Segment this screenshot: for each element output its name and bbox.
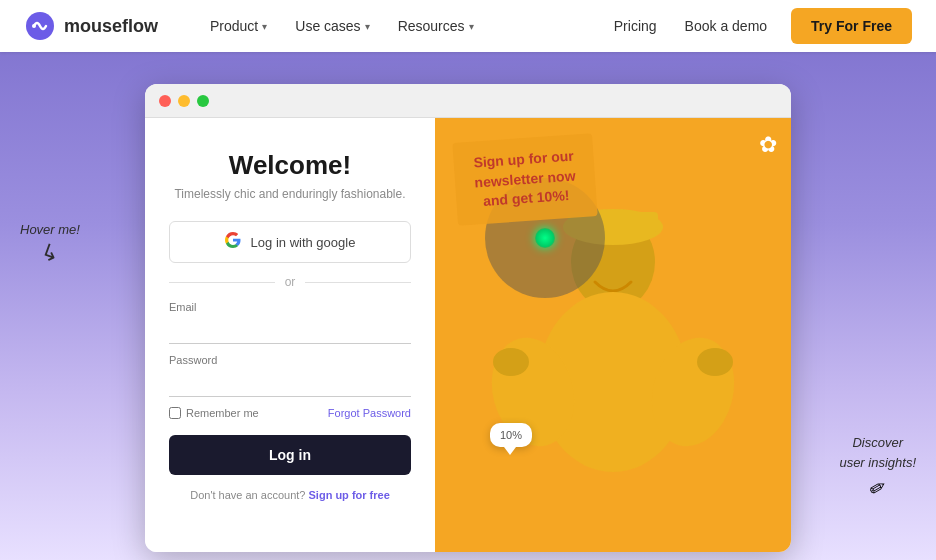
- browser-content: Welcome! Timelessly chic and enduringly …: [145, 118, 791, 552]
- logo-text: mouseflow: [64, 16, 158, 37]
- arrow-icon: ↳: [37, 239, 63, 270]
- image-panel: ✿ Sign up for our newsletter now and get…: [435, 118, 791, 552]
- divider-text: or: [285, 275, 296, 289]
- divider-line-right: [305, 282, 411, 283]
- nav-links: Product ▾ Use cases ▾ Resources ▾: [198, 12, 582, 40]
- browser-dot-expand[interactable]: [197, 95, 209, 107]
- nav-pricing[interactable]: Pricing: [610, 12, 661, 40]
- browser-dot-minimize[interactable]: [178, 95, 190, 107]
- google-icon: [225, 232, 241, 252]
- pencil-icon: ✏: [864, 473, 891, 502]
- navbar: mouseflow Product ▾ Use cases ▾ Resource…: [0, 0, 936, 52]
- forgot-password-link[interactable]: Forgot Password: [328, 407, 411, 419]
- logo-icon: [24, 10, 56, 42]
- nav-demo[interactable]: Book a demo: [677, 12, 776, 40]
- nav-item-product[interactable]: Product ▾: [198, 12, 279, 40]
- snowflake-icon: ✿: [759, 132, 777, 158]
- popup-card: Sign up for our newsletter now and get 1…: [452, 133, 597, 225]
- remember-label[interactable]: Remember me: [169, 407, 259, 419]
- email-group: Email: [169, 301, 411, 344]
- svg-point-1: [32, 24, 36, 28]
- logo[interactable]: mouseflow: [24, 10, 158, 42]
- remember-forgot-row: Remember me Forgot Password: [169, 407, 411, 419]
- nav-item-usecases[interactable]: Use cases ▾: [283, 12, 381, 40]
- chevron-down-icon: ▾: [469, 21, 474, 32]
- password-input[interactable]: [169, 369, 411, 397]
- login-panel: Welcome! Timelessly chic and enduringly …: [145, 118, 435, 552]
- password-group: Password: [169, 354, 411, 397]
- try-for-free-button[interactable]: Try For Free: [791, 8, 912, 44]
- remember-checkbox[interactable]: [169, 407, 181, 419]
- browser-dot-close[interactable]: [159, 95, 171, 107]
- annotation-left-text: Hover me!: [20, 222, 80, 237]
- google-login-button[interactable]: Log in with google: [169, 221, 411, 263]
- main-area: Hover me! ↳ Welcome! Timelessly chic and…: [0, 52, 936, 560]
- chevron-down-icon: ▾: [365, 21, 370, 32]
- divider: or: [169, 275, 411, 289]
- password-label: Password: [169, 354, 411, 366]
- nav-item-resources[interactable]: Resources ▾: [386, 12, 486, 40]
- browser-window: Welcome! Timelessly chic and enduringly …: [145, 84, 791, 552]
- annotation-right-text: Discoveruser insights!: [839, 433, 916, 472]
- browser-bar: [145, 84, 791, 118]
- login-title: Welcome!: [229, 150, 351, 181]
- annotation-left: Hover me! ↳: [20, 222, 80, 267]
- nav-right: Pricing Book a demo Try For Free: [610, 8, 912, 44]
- login-subtitle: Timelessly chic and enduringly fashionab…: [174, 187, 405, 201]
- svg-point-8: [493, 348, 529, 376]
- login-button[interactable]: Log in: [169, 435, 411, 475]
- divider-line-left: [169, 282, 275, 283]
- hover-indicator: [535, 228, 555, 248]
- chevron-down-icon: ▾: [262, 21, 267, 32]
- signup-link[interactable]: Sign up for free: [309, 489, 390, 501]
- email-label: Email: [169, 301, 411, 313]
- chat-bubble: 10%: [490, 423, 532, 447]
- signup-text: Don't have an account? Sign up for free: [190, 489, 390, 501]
- svg-point-9: [697, 348, 733, 376]
- popup-card-text: Sign up for our newsletter now and get 1…: [467, 146, 583, 212]
- email-input[interactable]: [169, 316, 411, 344]
- annotation-right: Discoveruser insights! ✏: [839, 433, 916, 500]
